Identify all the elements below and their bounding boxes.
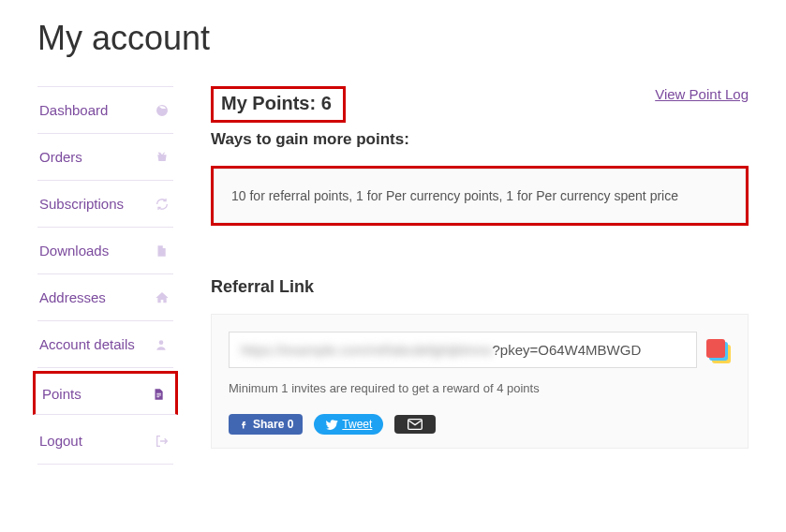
sidebar-item-label: Account details — [39, 336, 135, 352]
my-points-label: My Points: 6 — [221, 93, 332, 113]
user-icon — [155, 337, 171, 352]
svg-point-0 — [159, 340, 164, 345]
sidebar-item-downloads[interactable]: Downloads — [37, 228, 173, 273]
sidebar-item-orders[interactable]: Orders — [37, 134, 173, 180]
view-point-log-link[interactable]: View Point Log — [655, 86, 749, 102]
facebook-icon — [238, 419, 249, 430]
sidebar-item-label: Downloads — [39, 243, 109, 259]
home-icon — [155, 290, 171, 305]
facebook-share-button[interactable]: Share 0 — [229, 414, 303, 435]
facebook-share-label: Share 0 — [253, 418, 293, 431]
sidebar-item-account-details[interactable]: Account details — [37, 321, 173, 367]
sidebar-item-points[interactable]: Points — [36, 374, 175, 414]
sidebar-item-label: Points — [42, 386, 82, 402]
twitter-share-button[interactable]: Tweet — [314, 414, 383, 435]
sidebar-item-addresses[interactable]: Addresses — [37, 274, 173, 320]
referral-link-input[interactable]: https://example.com/ref/abcdefghijklmno?… — [229, 332, 697, 368]
main-content: My Points: 6 View Point Log Ways to gain… — [211, 86, 749, 449]
email-share-button[interactable] — [394, 415, 436, 434]
dashboard-icon — [155, 103, 171, 118]
referral-title: Referral Link — [211, 277, 749, 297]
referral-link-visible: ?pkey=O64W4MBWGD — [492, 342, 641, 358]
ways-text: 10 for referral points, 1 for Per curren… — [214, 169, 746, 223]
sidebar-item-label: Dashboard — [39, 102, 108, 118]
referral-box: https://example.com/ref/abcdefghijklmno?… — [211, 314, 749, 449]
svg-rect-3 — [156, 396, 159, 397]
twitter-icon — [325, 419, 338, 430]
ways-highlight: 10 for referral points, 1 for Per curren… — [211, 166, 749, 226]
account-sidebar: Dashboard Orders Subscriptions Downloads — [37, 86, 173, 465]
svg-rect-1 — [156, 392, 161, 393]
sidebar-item-dashboard[interactable]: Dashboard — [37, 87, 173, 133]
sidebar-item-subscriptions[interactable]: Subscriptions — [37, 181, 173, 227]
page-title: My account — [37, 19, 749, 58]
signout-icon — [155, 434, 171, 449]
document-icon — [152, 387, 169, 402]
my-points-highlight: My Points: 6 — [211, 86, 346, 123]
referral-link-hidden: https://example.com/ref/abcdefghijklmno — [241, 342, 492, 358]
refresh-icon — [155, 197, 171, 212]
sidebar-item-label: Subscriptions — [39, 196, 124, 212]
email-icon — [408, 419, 423, 430]
file-icon — [155, 244, 171, 259]
sidebar-item-logout[interactable]: Logout — [37, 418, 173, 464]
sidebar-item-label: Addresses — [39, 289, 106, 305]
referral-min-text: Minimum 1 invites are required to get a … — [229, 381, 731, 395]
copy-button[interactable] — [706, 337, 731, 363]
ways-title: Ways to gain more points: — [211, 130, 749, 149]
sidebar-item-label: Logout — [39, 433, 82, 449]
sidebar-item-label: Orders — [39, 149, 82, 165]
svg-rect-2 — [156, 394, 161, 395]
twitter-share-label: Tweet — [342, 418, 372, 431]
basket-icon — [155, 150, 171, 165]
